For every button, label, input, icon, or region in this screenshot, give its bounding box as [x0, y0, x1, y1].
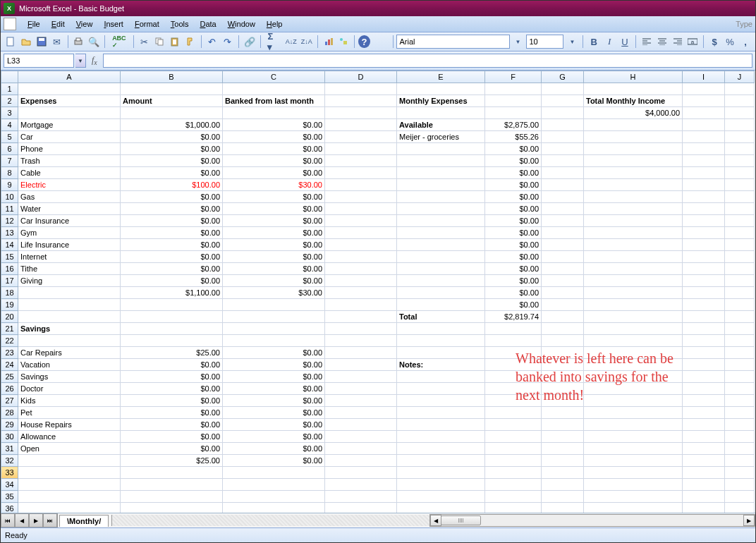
bold-icon[interactable]: B — [587, 34, 601, 49]
cell-A27[interactable]: Kids — [18, 395, 121, 407]
cell-D24[interactable] — [325, 359, 397, 371]
cell-D6[interactable] — [325, 143, 397, 155]
cell-H24[interactable] — [584, 359, 683, 371]
cell-E7[interactable] — [397, 155, 485, 167]
cell-B27[interactable]: $0.00 — [121, 395, 223, 407]
cell-D26[interactable] — [325, 383, 397, 395]
cell-H27[interactable] — [584, 395, 683, 407]
percent-icon[interactable]: % — [723, 34, 737, 49]
menu-insert[interactable]: Insert — [98, 18, 129, 30]
cell-C6[interactable]: $0.00 — [223, 143, 325, 155]
cell-B32[interactable]: $25.00 — [121, 455, 223, 467]
row-header-7[interactable]: 7 — [1, 155, 18, 167]
cell-A11[interactable]: Water — [18, 203, 121, 215]
menu-file[interactable]: File — [22, 18, 46, 30]
cell-C33[interactable] — [223, 467, 325, 479]
cell-F6[interactable]: $0.00 — [485, 143, 542, 155]
row-header-19[interactable]: 19 — [1, 299, 18, 311]
cell-J16[interactable] — [725, 263, 755, 275]
cell-J6[interactable] — [725, 143, 755, 155]
cell-F5[interactable]: $55.26 — [485, 131, 542, 143]
cell-C19[interactable] — [223, 299, 325, 311]
cell-F1[interactable] — [485, 83, 542, 95]
font-name-dropdown-icon[interactable]: ▼ — [511, 34, 525, 49]
cell-I10[interactable] — [683, 191, 725, 203]
cell-F20[interactable]: $2,819.74 — [485, 311, 542, 323]
cell-E16[interactable] — [397, 263, 485, 275]
cell-E22[interactable] — [397, 335, 485, 347]
cell-D19[interactable] — [325, 299, 397, 311]
underline-icon[interactable]: U — [618, 34, 632, 49]
cell-H13[interactable] — [584, 227, 683, 239]
cell-I26[interactable] — [683, 383, 725, 395]
cell-C7[interactable]: $0.00 — [223, 155, 325, 167]
cell-C13[interactable]: $0.00 — [223, 227, 325, 239]
cell-F29[interactable] — [485, 419, 542, 431]
cell-B31[interactable]: $0.00 — [121, 443, 223, 455]
cell-G6[interactable] — [542, 143, 584, 155]
cell-D8[interactable] — [325, 167, 397, 179]
cell-G15[interactable] — [542, 251, 584, 263]
cell-H32[interactable] — [584, 455, 683, 467]
cell-I27[interactable] — [683, 395, 725, 407]
cell-G26[interactable] — [542, 383, 584, 395]
align-center-icon[interactable] — [655, 34, 669, 49]
row-header-20[interactable]: 20 — [1, 311, 18, 323]
cell-H9[interactable] — [584, 179, 683, 191]
cell-I14[interactable] — [683, 239, 725, 251]
cell-A28[interactable]: Pet — [18, 407, 121, 419]
cell-I1[interactable] — [683, 83, 725, 95]
cell-E34[interactable] — [397, 479, 485, 491]
cell-B6[interactable]: $0.00 — [121, 143, 223, 155]
cell-F26[interactable] — [485, 383, 542, 395]
cell-B4[interactable]: $1,000.00 — [121, 119, 223, 131]
cell-E6[interactable] — [397, 143, 485, 155]
cell-C2[interactable]: Banked from last month — [223, 95, 325, 107]
cell-D4[interactable] — [325, 119, 397, 131]
cell-B17[interactable]: $0.00 — [121, 275, 223, 287]
cell-I7[interactable] — [683, 155, 725, 167]
cell-J15[interactable] — [725, 251, 755, 263]
cell-D30[interactable] — [325, 431, 397, 443]
cell-H3[interactable]: $4,000.00 — [584, 107, 683, 119]
cell-A30[interactable]: Allowance — [18, 431, 121, 443]
cell-F28[interactable] — [485, 407, 542, 419]
cell-E20[interactable]: Total — [397, 311, 485, 323]
row-header-10[interactable]: 10 — [1, 191, 18, 203]
cell-D22[interactable] — [325, 335, 397, 347]
cell-I31[interactable] — [683, 443, 725, 455]
cell-E21[interactable] — [397, 323, 485, 335]
cell-G4[interactable] — [542, 119, 584, 131]
print-preview-icon[interactable]: 🔍 — [87, 34, 101, 49]
row-header-30[interactable]: 30 — [1, 431, 18, 443]
cell-B33[interactable] — [121, 467, 223, 479]
paste-icon[interactable] — [168, 34, 182, 49]
cell-F12[interactable]: $0.00 — [485, 215, 542, 227]
new-icon[interactable] — [4, 34, 18, 49]
cell-C30[interactable]: $0.00 — [223, 431, 325, 443]
formula-input[interactable] — [103, 54, 752, 68]
cell-G13[interactable] — [542, 227, 584, 239]
cell-I28[interactable] — [683, 407, 725, 419]
cell-F8[interactable]: $0.00 — [485, 167, 542, 179]
cell-I2[interactable] — [683, 95, 725, 107]
cell-I35[interactable] — [683, 491, 725, 503]
cell-J21[interactable] — [725, 323, 755, 335]
cell-G8[interactable] — [542, 167, 584, 179]
cell-I24[interactable] — [683, 359, 725, 371]
cell-E25[interactable] — [397, 371, 485, 383]
cell-H23[interactable] — [584, 347, 683, 359]
cell-B1[interactable] — [121, 83, 223, 95]
cell-B30[interactable]: $0.00 — [121, 431, 223, 443]
cell-D34[interactable] — [325, 479, 397, 491]
cell-J10[interactable] — [725, 191, 755, 203]
cell-E23[interactable] — [397, 347, 485, 359]
cell-F14[interactable]: $0.00 — [485, 239, 542, 251]
cell-D13[interactable] — [325, 227, 397, 239]
cell-H21[interactable] — [584, 323, 683, 335]
cell-G3[interactable] — [542, 107, 584, 119]
cell-J34[interactable] — [725, 479, 755, 491]
cell-G16[interactable] — [542, 263, 584, 275]
cell-F17[interactable]: $0.00 — [485, 275, 542, 287]
cell-B8[interactable]: $0.00 — [121, 167, 223, 179]
